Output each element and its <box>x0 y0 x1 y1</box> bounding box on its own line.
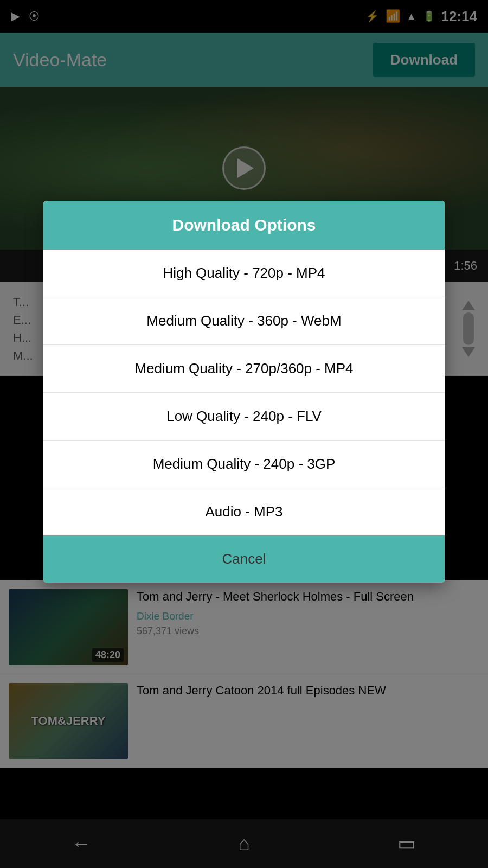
option-720p-mp4[interactable]: High Quality - 720p - MP4 <box>43 250 445 297</box>
option-360p-webm[interactable]: Medium Quality - 360p - WebM <box>43 297 445 345</box>
option-240p-flv[interactable]: Low Quality - 240p - FLV <box>43 393 445 441</box>
cancel-button[interactable]: Cancel <box>43 535 445 583</box>
option-audio-mp3-label: Audio - MP3 <box>205 503 282 520</box>
option-270p-360p-mp4-label: Medium Quality - 270p/360p - MP4 <box>134 360 353 376</box>
option-270p-360p-mp4[interactable]: Medium Quality - 270p/360p - MP4 <box>43 345 445 393</box>
option-audio-mp3[interactable]: Audio - MP3 <box>43 488 445 535</box>
option-240p-flv-label: Low Quality - 240p - FLV <box>166 408 322 424</box>
dialog-header: Download Options <box>43 201 445 250</box>
cancel-label: Cancel <box>222 551 266 567</box>
option-360p-webm-label: Medium Quality - 360p - WebM <box>146 312 341 329</box>
option-720p-mp4-label: High Quality - 720p - MP4 <box>163 265 325 281</box>
option-240p-3gp[interactable]: Medium Quality - 240p - 3GP <box>43 441 445 488</box>
download-options-dialog: Download Options High Quality - 720p - M… <box>43 201 445 583</box>
option-240p-3gp-label: Medium Quality - 240p - 3GP <box>153 456 336 472</box>
dialog-title: Download Options <box>172 216 316 234</box>
